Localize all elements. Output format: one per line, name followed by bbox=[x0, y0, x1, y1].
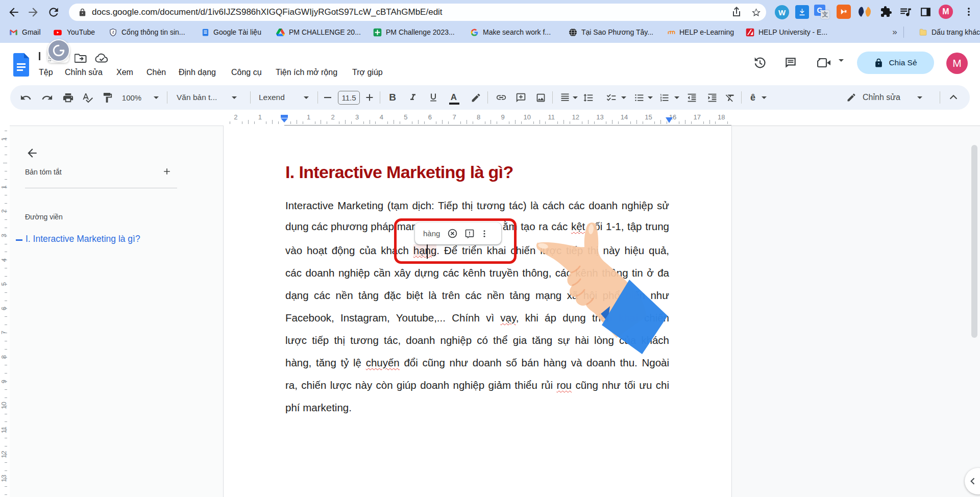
svg-text:đ: đ bbox=[112, 30, 114, 35]
